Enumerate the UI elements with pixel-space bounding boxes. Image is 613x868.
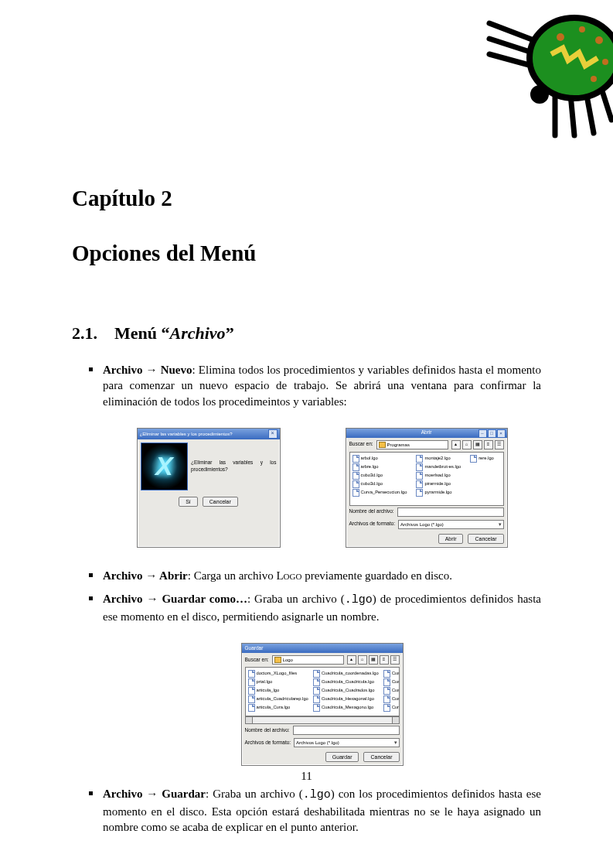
file-icon [352, 472, 359, 480]
file-item[interactable]: articula_Cura.lgo [248, 704, 308, 712]
newfolder-icon[interactable]: ▦ [473, 440, 482, 449]
file-item[interactable]: Cuadricula_Hexagonal.lgo [313, 695, 379, 703]
svg-point-11 [595, 36, 603, 44]
file-icon [313, 687, 320, 695]
minimize-icon[interactable]: – [478, 429, 487, 438]
yes-button[interactable]: Sí [179, 497, 198, 507]
close-icon[interactable]: × [497, 429, 506, 438]
file-icon [313, 704, 320, 712]
file-item[interactable]: Cuadricula_Trangulo.lgo [383, 695, 400, 703]
file-item[interactable]: articula_lgo [248, 687, 308, 695]
maximize-icon[interactable]: □ [488, 429, 496, 438]
svg-point-9 [557, 33, 564, 41]
item-abrir: Archivo → Abrir: Carga un archivo Logo p… [89, 568, 541, 583]
filetype-combo[interactable]: Archivos Logo (*.lgo) [294, 738, 399, 747]
folder-icon [379, 442, 386, 448]
file-icon [383, 678, 390, 686]
file-item[interactable]: articula_Cuadricularep.lgo [248, 695, 308, 703]
file-item[interactable]: rere.lgo [470, 455, 494, 463]
file-item[interactable]: pyrarmide.lgo [416, 489, 461, 497]
filename-label: Nombre del archivo: [245, 727, 290, 734]
cancel-button[interactable]: Cancelar [363, 752, 399, 762]
filename-label: Nombre del archivo: [349, 508, 394, 515]
file-icon [352, 455, 359, 463]
svg-point-12 [602, 59, 608, 65]
horizontal-scrollbar[interactable] [245, 716, 400, 724]
dialog-open-title: Abrir [421, 429, 432, 436]
file-item[interactable]: cubo3d.lgo [352, 472, 407, 480]
page-number: 11 [0, 770, 613, 783]
file-item[interactable]: Cuadricula_Mexagono.lgo [313, 704, 379, 712]
file-item[interactable]: Cuadricula_Ratlet.lgo [383, 687, 400, 695]
cancel-button[interactable]: Cancelar [468, 534, 503, 544]
home-icon[interactable]: ⌂ [358, 655, 367, 665]
list-icon[interactable]: ≡ [484, 440, 493, 449]
folder-icon [274, 657, 281, 663]
list-icon[interactable]: ≡ [380, 655, 389, 665]
file-item[interactable]: Cuadricula_Cuadricula.lgo [313, 678, 379, 686]
file-icon [352, 480, 359, 488]
details-icon[interactable]: ☰ [495, 440, 504, 449]
save-button[interactable]: Guardar [325, 752, 359, 762]
dialog-save: Guardar Buscar en: Logo ▴ ⌂ ▦ ≡ ☰ doctor… [241, 643, 404, 766]
file-item[interactable]: arbol.lgo [352, 455, 407, 463]
item-nuevo: Archivo → Nuevo: Elimina todos los proce… [89, 362, 541, 548]
newfolder-icon[interactable]: ▦ [369, 655, 378, 665]
dialog-confirm-title: ¿Eliminar las variables y los procedimie… [140, 431, 233, 437]
confirm-image [141, 443, 188, 490]
dialog-confirm: ¿Eliminar las variables y los procedimie… [137, 428, 281, 548]
close-icon[interactable]: × [268, 429, 278, 439]
file-item[interactable]: Curva_Persecucion.lgo [383, 704, 400, 712]
file-icon [383, 704, 390, 712]
file-item[interactable]: Cuadricula_coordenadas.lgo [313, 670, 379, 678]
file-item[interactable]: doctors_XLogo_files [248, 670, 308, 678]
cancel-button[interactable]: Cancelar [203, 497, 238, 507]
file-icon [416, 472, 423, 480]
file-item[interactable]: montaje2.lgo [416, 455, 461, 463]
file-icon [313, 678, 320, 686]
filetype-label: Archivos de formato: [349, 521, 396, 528]
lookin-label: Buscar en: [245, 657, 269, 664]
file-icon [248, 687, 255, 695]
file-icon [248, 670, 255, 678]
file-icon [416, 463, 423, 471]
file-item[interactable]: prtal.lgo [248, 678, 308, 686]
file-icon [313, 695, 320, 703]
open-button[interactable]: Abrir [438, 534, 464, 544]
turtle-logo [466, 0, 613, 147]
up-icon[interactable]: ▴ [347, 655, 356, 665]
filetype-combo[interactable]: Archivos Logo (*.lgo) [398, 520, 503, 529]
file-list[interactable]: doctors_XLogo_filesprtal.lgoarticula_lgo… [245, 667, 400, 716]
file-icon [352, 463, 359, 471]
file-item[interactable]: cubo3d.lgo [352, 480, 407, 488]
file-item[interactable]: Cuadricula_Cuadrados.lgo [313, 687, 379, 695]
filename-input[interactable] [397, 507, 504, 517]
lookin-combo[interactable]: Programas [376, 440, 448, 449]
file-list[interactable]: arbol.lgoarbre.lgocubo3d.lgocubo3d.lgoCu… [349, 452, 504, 506]
file-icon [383, 687, 390, 695]
chapter-title: Opciones del Menú [72, 241, 541, 266]
details-icon[interactable]: ☰ [390, 655, 400, 665]
file-icon [383, 695, 390, 703]
item-guardar: Archivo → Guardar: Graba un archivo (.lg… [89, 786, 541, 835]
file-icon [248, 704, 255, 712]
file-item[interactable]: Cuadricula_Fara.lgo [383, 678, 400, 686]
item-guardar-como: Archivo → Guardar como…: Graba un archiv… [89, 591, 541, 766]
file-icon [248, 678, 255, 686]
file-icon [383, 670, 390, 678]
file-item[interactable]: arbre.lgo [352, 463, 407, 471]
filename-input[interactable] [293, 726, 400, 735]
up-icon[interactable]: ▴ [451, 440, 461, 449]
file-item[interactable]: pirarmide.lgo [416, 480, 461, 488]
file-icon [416, 489, 423, 497]
lookin-combo[interactable]: Logo [272, 655, 344, 665]
dialog-open: Abrir – □ × Buscar en: Programas ▴ ⌂ [346, 428, 508, 548]
file-item[interactable]: mandetbrot-es.lgo [416, 463, 461, 471]
file-item[interactable]: Curva_Persecucion.lgo [352, 489, 407, 497]
confirm-question: ¿Eliminar las variables y los procedimie… [191, 460, 277, 473]
file-item[interactable]: moerlsad.lgo [416, 472, 461, 480]
file-icon [416, 455, 423, 463]
home-icon[interactable]: ⌂ [462, 440, 472, 449]
file-item[interactable]: Cuadricula_Porculos.lgo [383, 670, 400, 678]
chapter-label: Capítulo 2 [72, 186, 541, 211]
